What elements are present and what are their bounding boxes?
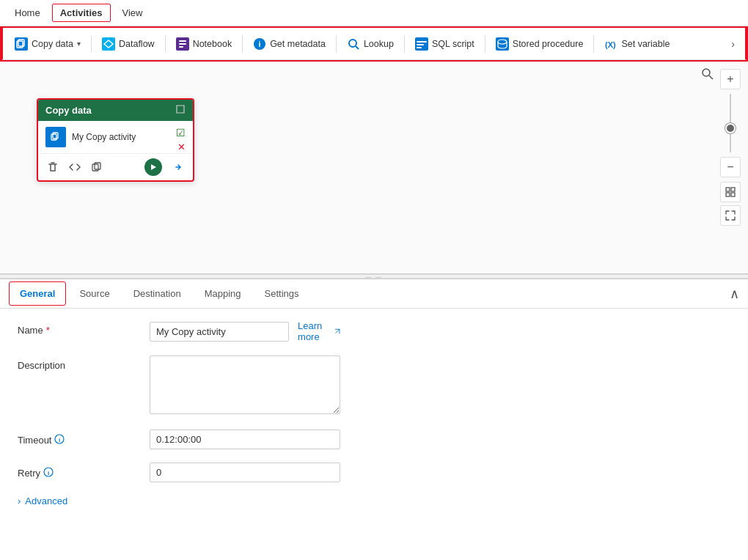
panel-collapse-button[interactable]: ∧ [730,287,739,301]
canvas-area: Copy data My Copy activity ☑ ✕ [0,62,748,274]
notebook-label: Notebook [193,39,232,49]
activity-card-footer [38,153,193,180]
toolbar-copy-data[interactable]: Copy data ▾ [9,34,87,54]
next-arrow-icon[interactable] [171,160,186,174]
stored-procedure-icon [496,37,509,51]
svg-text:i: i [59,437,60,443]
name-input[interactable] [150,322,289,342]
sep4 [336,35,337,53]
advanced-section[interactable]: › Advanced [18,495,730,506]
advanced-chevron: › [18,495,21,506]
card-check-icon: ☑ [176,127,186,139]
retry-info-icon[interactable]: i [43,467,54,479]
code-icon[interactable] [67,160,82,174]
description-textarea[interactable] [150,355,340,414]
svg-text:(X): (X) [605,40,616,49]
card-x-icon: ✕ [177,141,186,152]
zoom-thumb[interactable] [725,123,736,133]
activity-card-header: Copy data [38,100,193,121]
svg-rect-13 [417,41,427,43]
svg-rect-27 [726,188,730,191]
zoom-controls: + − [720,69,741,226]
name-row: Name * Learn more [18,320,730,342]
notebook-icon [176,37,189,51]
copy-data-chevron[interactable]: ▾ [77,40,81,48]
svg-point-19 [703,69,710,76]
tab-destination[interactable]: Destination [123,282,191,305]
svg-rect-28 [731,188,735,191]
toolbar-dataflow[interactable]: Dataflow [96,34,161,54]
timeout-input[interactable] [150,430,340,449]
nav-view[interactable]: View [114,3,152,23]
toolbar-set-variable[interactable]: (X) Set variable [598,34,675,54]
sep2 [165,35,166,53]
svg-rect-15 [417,47,422,48]
svg-line-20 [709,75,713,79]
canvas-search-icon[interactable] [701,67,714,83]
tab-mapping[interactable]: Mapping [194,282,252,305]
sep5 [404,35,405,53]
zoom-track [730,94,731,152]
activity-card-title: Copy data [45,105,92,116]
more-button[interactable]: › [727,35,739,53]
set-variable-icon: (X) [604,37,617,51]
tabs-row: General Source Destination Mapping Setti… [0,279,748,309]
retry-control [150,463,340,482]
delete-icon[interactable] [45,160,60,174]
svg-rect-6 [179,43,186,45]
run-arrow-icon[interactable] [144,158,162,176]
learn-more-link[interactable]: Learn more [298,320,340,342]
nav-activities[interactable]: Activities [52,4,111,22]
copy-icon[interactable] [89,160,104,174]
nav-home[interactable]: Home [6,3,49,23]
sep7 [593,35,594,53]
activity-card-body: My Copy activity ☑ ✕ [38,121,193,153]
zoom-fit-button[interactable] [720,182,741,202]
svg-point-10 [349,40,356,47]
get-metadata-label: Get metadata [270,39,326,49]
zoom-in-button[interactable]: + [720,69,741,89]
svg-text:i: i [259,40,261,48]
toolbar-notebook[interactable]: Notebook [170,34,238,54]
tab-source[interactable]: Source [69,282,120,305]
description-row: Description [18,355,730,416]
svg-rect-30 [731,193,735,196]
name-required: * [46,325,50,336]
sep1 [91,35,92,53]
toolbar-stored-procedure[interactable]: Stored procedure [490,34,590,54]
description-control [150,355,340,416]
dataflow-label: Dataflow [119,39,155,49]
timeout-row: Timeout i [18,430,730,449]
stored-procedure-label: Stored procedure [513,39,584,49]
set-variable-label: Set variable [621,39,670,49]
tab-general[interactable]: General [9,281,66,306]
svg-text:i: i [48,470,49,476]
toolbar-sql-script[interactable]: SQL script [409,34,480,54]
activity-card[interactable]: Copy data My Copy activity ☑ ✕ [37,98,194,182]
retry-input[interactable] [150,463,340,482]
tab-settings[interactable]: Settings [254,282,309,305]
timeout-label: Timeout i [18,430,150,446]
activity-card-name: My Copy activity [72,132,186,142]
sql-script-label: SQL script [432,39,474,49]
description-label: Description [18,355,150,371]
zoom-out-button[interactable]: − [720,157,741,177]
get-metadata-icon: i [253,37,266,51]
lookup-icon [347,37,360,51]
sep3 [242,35,243,53]
svg-rect-5 [179,40,186,42]
timeout-info-icon[interactable]: i [54,434,65,446]
copy-data-label: Copy data [32,39,73,49]
activity-card-header-icon [175,104,186,117]
retry-row: Retry i [18,463,730,482]
dataflow-icon [102,37,115,51]
name-control: Learn more [150,320,340,342]
svg-rect-7 [179,46,183,48]
toolbar-lookup[interactable]: Lookup [341,34,400,54]
top-nav: Home Activities View [0,0,748,26]
canvas[interactable]: Copy data My Copy activity ☑ ✕ [0,62,748,273]
toolbar-get-metadata[interactable]: i Get metadata [247,34,331,54]
sep6 [485,35,485,53]
zoom-slider[interactable] [730,94,731,152]
zoom-expand-button[interactable] [720,205,741,226]
